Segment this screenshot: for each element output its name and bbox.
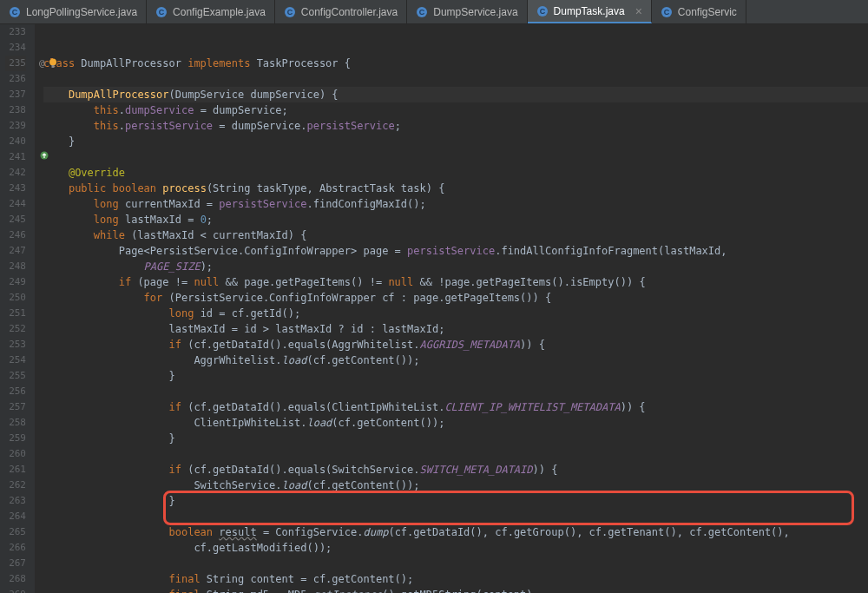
close-icon[interactable]: × — [635, 4, 642, 18]
tab-longpollingservice-java[interactable]: CLongPollingService.java — [0, 0, 147, 23]
code-line[interactable]: long currentMaxId = persistService.findC… — [43, 196, 868, 212]
java-class-icon: C — [9, 6, 21, 18]
tab-dumpservice-java[interactable]: CDumpService.java — [407, 0, 527, 23]
gutter-line: 268 — [5, 571, 26, 587]
gutter-line: 243 — [5, 181, 26, 196]
code-line[interactable]: boolean result = ConfigService.dump(cf.g… — [43, 524, 868, 540]
java-class-icon: C — [661, 6, 673, 18]
code-line[interactable]: class DumpAllProcessor implements TaskPr… — [43, 56, 868, 71]
svg-text:C: C — [419, 8, 425, 16]
code-line[interactable]: this.dumpService = dumpService; — [43, 102, 868, 118]
gutter-line: 248 — [5, 259, 26, 274]
gutter-line: 249 — [5, 274, 26, 290]
code-line[interactable]: for (PersistService.ConfigInfoWrapper cf… — [43, 290, 868, 306]
code-line[interactable]: if (cf.getDataId().equals(ClientIpWhiteL… — [43, 399, 868, 415]
editor-area: 2332342352362372382392402412422432442452… — [0, 24, 868, 593]
gutter-line: 253 — [5, 337, 26, 353]
code-line[interactable]: @Override — [43, 165, 868, 181]
code-line[interactable]: if (cf.getDataId().equals(SwitchService.… — [43, 462, 868, 478]
code-line[interactable] — [43, 556, 868, 571]
gutter-line: 238 — [5, 102, 26, 118]
code-line[interactable] — [43, 509, 868, 524]
code-line[interactable]: } — [43, 493, 868, 509]
code-line[interactable] — [43, 384, 868, 399]
gutter-line: 267 — [5, 556, 26, 571]
code-line[interactable]: SwitchService.load(cf.getContent()); — [43, 478, 868, 493]
code-line[interactable]: long id = cf.getId(); — [43, 306, 868, 321]
code-line[interactable]: cf.getLastModified()); — [43, 540, 868, 556]
tab-configcontroller-java[interactable]: CConfigController.java — [275, 0, 407, 23]
java-class-icon: C — [536, 5, 549, 17]
tab-label: ConfigExample.java — [173, 6, 266, 18]
gutter: 2332342352362372382392402412422432442452… — [0, 24, 35, 593]
gutter-line: 244 — [5, 196, 26, 212]
svg-text:C: C — [159, 8, 165, 16]
gutter-line: 265 — [5, 524, 26, 540]
svg-text:C: C — [12, 8, 18, 16]
code-line[interactable]: } — [43, 368, 868, 384]
code-line[interactable] — [43, 149, 868, 165]
code-line[interactable]: public boolean process(String taskType, … — [43, 181, 868, 196]
tab-configexample-java[interactable]: CConfigExample.java — [147, 0, 275, 23]
gutter-line: 235 — [5, 56, 26, 71]
code-line[interactable]: DumpAllProcessor(DumpService dumpService… — [43, 87, 868, 102]
gutter-line: 245 — [5, 212, 26, 227]
gutter-line: 262 — [5, 478, 26, 493]
gutter-line: 242 — [5, 165, 26, 181]
code-line[interactable]: lastMaxId = id > lastMaxId ? id : lastMa… — [43, 321, 868, 337]
svg-point-13 — [49, 59, 56, 66]
code-line[interactable]: PAGE_SIZE); — [43, 259, 868, 274]
code-line[interactable]: } — [43, 431, 868, 446]
svg-text:C: C — [664, 8, 670, 16]
gutter-line: 255 — [5, 368, 26, 384]
gutter-line: 258 — [5, 415, 26, 431]
svg-rect-14 — [52, 65, 55, 68]
gutter-line: 246 — [5, 227, 26, 243]
svg-text:C: C — [539, 7, 545, 16]
java-class-icon: C — [284, 6, 296, 18]
gutter-line: 254 — [5, 353, 26, 368]
code-line[interactable]: Page<PersistService.ConfigInfoWrapper> p… — [43, 243, 868, 259]
code-line[interactable]: AggrWhitelist.load(cf.getContent()); — [43, 353, 868, 368]
code-line[interactable] — [43, 71, 868, 87]
code-line[interactable]: long lastMaxId = 0; — [43, 212, 868, 227]
gutter-line: 237 — [5, 87, 26, 102]
gutter-line: 241 — [5, 149, 26, 165]
code-line[interactable]: if (cf.getDataId().equals(AggrWhitelist.… — [43, 337, 868, 353]
code-line[interactable]: final String md5 = MD5.getInstance().get… — [43, 587, 868, 593]
gutter-line: 266 — [5, 540, 26, 556]
gutter-line: 260 — [5, 446, 26, 462]
tab-label: ConfigController.java — [301, 6, 398, 18]
gutter-line: 252 — [5, 321, 26, 337]
intention-bulb-icon[interactable] — [47, 57, 59, 74]
code-line[interactable] — [43, 446, 868, 462]
code-line[interactable]: this.persistService = dumpService.persis… — [43, 118, 868, 134]
gutter-line: 269 — [5, 587, 26, 593]
tab-label: ConfigServic — [678, 6, 737, 18]
svg-text:C: C — [287, 8, 293, 16]
gutter-line: 233 — [5, 24, 26, 40]
gutter-line: 240 — [5, 134, 26, 149]
tab-label: DumpService.java — [433, 6, 517, 18]
gutter-line: 236 — [5, 71, 26, 87]
tab-configservic[interactable]: CConfigServic — [652, 0, 746, 23]
gutter-line: 256 — [5, 384, 26, 399]
code-line[interactable]: while (lastMaxId < currentMaxId) { — [43, 227, 868, 243]
vcs-change-marker-icon: @ — [39, 57, 45, 69]
code-line[interactable]: ClientIpWhiteList.load(cf.getContent()); — [43, 415, 868, 431]
code-line[interactable]: final String content = cf.getContent(); — [43, 571, 868, 587]
gutter-line: 247 — [5, 243, 26, 259]
tab-dumptask-java[interactable]: CDumpTask.java× — [528, 0, 652, 23]
tab-label: DumpTask.java — [554, 5, 625, 17]
java-class-icon: C — [155, 6, 168, 18]
gutter-line: 234 — [5, 40, 26, 56]
gutter-line: 239 — [5, 118, 26, 134]
gutter-line: 257 — [5, 399, 26, 415]
gutter-line: 263 — [5, 493, 26, 509]
code-line[interactable]: if (page != null && page.getPageItems() … — [43, 274, 868, 290]
gutter-line: 259 — [5, 431, 26, 446]
code-line[interactable]: } — [43, 134, 868, 149]
gutter-line: 251 — [5, 306, 26, 321]
tab-label: LongPollingService.java — [26, 6, 137, 18]
code-area[interactable]: class DumpAllProcessor implements TaskPr… — [35, 24, 868, 593]
